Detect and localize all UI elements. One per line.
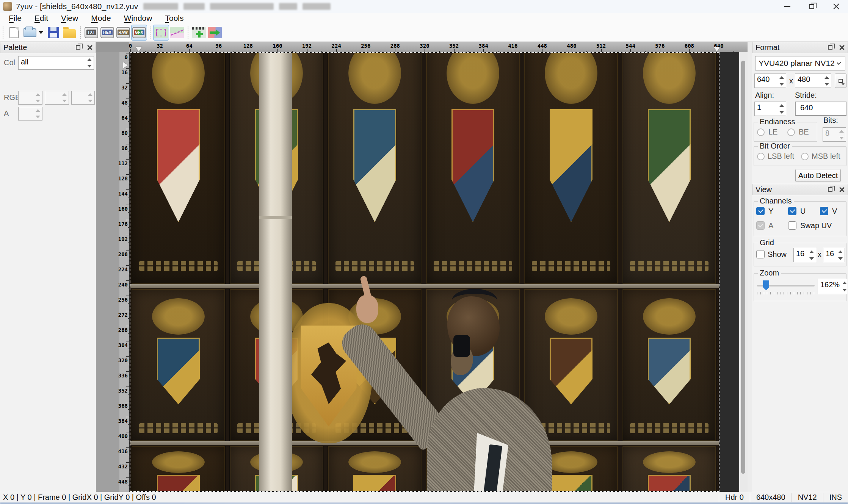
spin-down[interactable] (86, 98, 94, 104)
float-panel-icon[interactable] (828, 45, 832, 50)
height-spinner[interactable]: 480 (795, 74, 831, 88)
grid-show-checkbox[interactable] (756, 250, 765, 258)
zoom-spinner[interactable]: 162% (818, 279, 847, 294)
close-panel-icon[interactable] (839, 187, 845, 192)
spin-up[interactable] (842, 279, 847, 286)
col-spinner[interactable]: all (18, 56, 94, 70)
pixel-format-select[interactable]: YVU420 planar NV12 (755, 56, 845, 70)
add-frame-button[interactable] (191, 25, 207, 41)
menu-window[interactable]: Window (118, 14, 159, 23)
grid-width-spinner[interactable]: 16 (793, 248, 816, 262)
alpha-spinner[interactable] (18, 107, 42, 121)
r-spinner[interactable] (18, 91, 42, 105)
le-radio[interactable] (757, 128, 765, 136)
palette-panel-header[interactable]: Palette (0, 42, 96, 53)
open-file-button[interactable] (22, 25, 38, 41)
size-from-file-button[interactable] (835, 74, 846, 88)
b-spinner[interactable] (71, 91, 95, 105)
select-line-tool-button[interactable] (169, 25, 185, 41)
vertical-scrollbar[interactable] (739, 52, 748, 492)
mode-gfx-button[interactable]: GFX (131, 25, 147, 41)
msb-left-radio[interactable] (801, 153, 809, 160)
toolbar-grip[interactable] (79, 26, 82, 39)
col-label: Col (4, 58, 15, 67)
spin-down[interactable] (807, 255, 816, 262)
zoom-slider-handle[interactable] (763, 280, 769, 290)
toolbar-grip[interactable] (187, 26, 190, 39)
spin-up[interactable] (777, 102, 786, 109)
spin-down[interactable] (823, 81, 831, 88)
view-panel-header[interactable]: View (752, 184, 848, 195)
restore-button[interactable] (799, 0, 824, 13)
open-dropdown-arrow-icon[interactable] (39, 31, 43, 34)
save-button[interactable] (45, 25, 61, 41)
spin-up[interactable] (85, 56, 94, 63)
menu-mode[interactable]: Mode (85, 14, 118, 23)
menu-tools[interactable]: Tools (158, 14, 190, 23)
goto-frame-button[interactable] (207, 25, 223, 41)
image-viewport[interactable]: 0326496128160192224256288320352384416448… (96, 42, 748, 492)
v-ruler-tick (126, 220, 129, 220)
close-panel-icon[interactable] (839, 45, 845, 50)
bits-spinner[interactable]: 8 (823, 127, 846, 142)
spin-up[interactable] (86, 91, 94, 98)
spin-up[interactable] (836, 248, 845, 255)
grid-width-value: 16 (794, 248, 807, 262)
scrollbar-thumb[interactable] (741, 61, 745, 474)
swap-uv-checkbox[interactable] (788, 221, 796, 230)
stride-field[interactable]: 640 (795, 102, 846, 116)
menu-file[interactable]: File (2, 14, 28, 23)
format-panel-header[interactable]: Format (752, 42, 848, 53)
channel-v-checkbox[interactable] (820, 207, 828, 215)
spin-down[interactable] (60, 98, 69, 104)
channel-y-checkbox[interactable] (756, 207, 765, 215)
headphones-earcup-icon (453, 335, 470, 357)
spin-down[interactable] (34, 98, 42, 104)
align-spinner[interactable]: 1 (754, 102, 786, 116)
new-file-button[interactable] (6, 25, 22, 41)
spin-up[interactable] (807, 248, 816, 255)
be-radio[interactable] (787, 128, 795, 136)
minimize-button[interactable] (775, 0, 799, 13)
channel-a-checkbox[interactable] (756, 221, 765, 230)
float-panel-icon[interactable] (76, 45, 80, 50)
g-spinner[interactable] (45, 91, 69, 105)
select-tool-button[interactable] (153, 25, 169, 41)
spin-up[interactable] (777, 74, 786, 81)
spin-down[interactable] (837, 135, 846, 141)
width-spinner[interactable]: 640 (754, 74, 786, 88)
grid-height-spinner[interactable]: 16 (823, 248, 845, 262)
mode-hex-button[interactable]: HEX (99, 25, 115, 41)
spin-down[interactable] (777, 81, 786, 88)
lsb-left-radio[interactable] (757, 153, 765, 160)
menu-view[interactable]: View (55, 14, 85, 23)
h-ruler-tick (454, 49, 455, 52)
close-panel-icon[interactable] (87, 45, 92, 50)
toolbar-grip[interactable] (2, 26, 5, 39)
auto-detect-button[interactable]: Auto Detect (795, 169, 841, 182)
menu-edit[interactable]: Edit (28, 14, 55, 23)
toolbar-grip[interactable] (149, 26, 152, 39)
format-panel-title: Format (756, 43, 779, 52)
msb-left-label: MSB left (812, 152, 840, 161)
spin-up[interactable] (837, 128, 846, 135)
spin-down[interactable] (85, 63, 94, 69)
spin-up[interactable] (823, 74, 831, 81)
spin-up[interactable] (34, 107, 42, 114)
spin-down[interactable] (34, 114, 42, 120)
spin-up[interactable] (60, 91, 69, 98)
zoom-slider-ticks (757, 292, 815, 295)
browse-folder-button[interactable] (61, 25, 77, 41)
image-canvas[interactable] (130, 53, 719, 491)
spin-down[interactable] (777, 109, 786, 116)
spin-down[interactable] (842, 286, 847, 294)
mode-txt-button[interactable]: TXT (83, 25, 99, 41)
spin-up[interactable] (34, 91, 42, 98)
v-ruler-label: 208 (118, 251, 128, 257)
mode-raw-button[interactable]: RAW (115, 25, 131, 41)
float-panel-icon[interactable] (828, 187, 832, 192)
close-button[interactable] (824, 0, 848, 13)
panel-splitter[interactable] (748, 42, 752, 492)
spin-down[interactable] (836, 255, 845, 262)
channel-u-checkbox[interactable] (788, 207, 796, 215)
